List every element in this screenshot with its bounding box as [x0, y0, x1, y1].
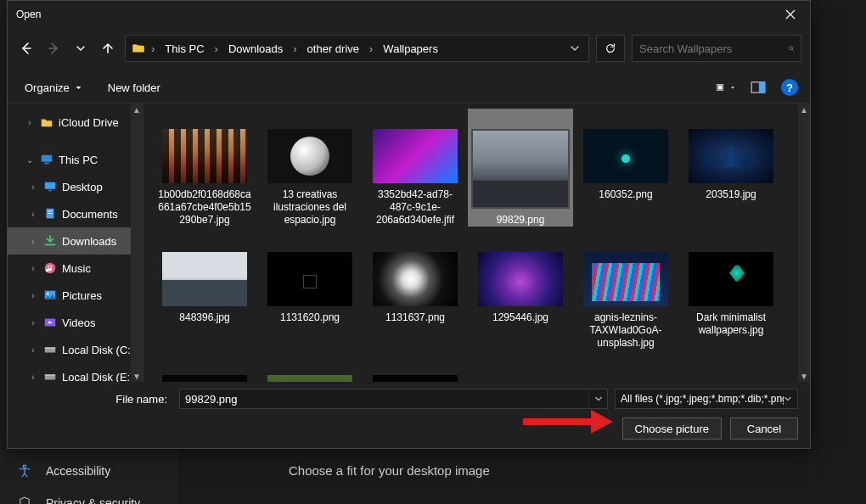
- search-icon: [789, 42, 794, 54]
- svg-point-15: [47, 293, 49, 295]
- tree-item[interactable]: ›Downloads: [8, 227, 143, 255]
- breadcrumb-segment[interactable]: Downloads: [223, 36, 288, 61]
- file-name-label: agnis-leznins-TAXWIad0GoA-unsplash.jpg: [576, 311, 675, 350]
- file-item[interactable]: 160352.png: [573, 109, 678, 227]
- accessibility-icon: [17, 463, 32, 479]
- search-box[interactable]: [632, 35, 801, 62]
- folder-tree[interactable]: ▲ ▼ ›iCloud Drive⌄This PC›Desktop›Docume…: [8, 104, 143, 382]
- expander-icon[interactable]: ›: [28, 264, 38, 273]
- expander-icon[interactable]: ⌄: [25, 155, 35, 165]
- view-mode-button[interactable]: [717, 78, 735, 97]
- file-item[interactable]: 1131637.png: [363, 232, 468, 350]
- breadcrumb-segment[interactable]: This PC: [160, 36, 209, 61]
- arrow-right-icon: [47, 42, 60, 55]
- dropdown-triangle-icon: [75, 84, 82, 92]
- expander-icon[interactable]: ›: [28, 372, 38, 382]
- tree-item[interactable]: ›Music: [8, 255, 143, 282]
- file-name-dropdown[interactable]: [588, 389, 607, 408]
- up-button[interactable]: [98, 38, 118, 59]
- tree-item[interactable]: ›Documents: [8, 200, 143, 227]
- svg-rect-21: [45, 374, 55, 376]
- open-file-dialog: Open › This PC › Downloads › other drive…: [7, 0, 811, 449]
- file-thumbnail: [471, 129, 570, 209]
- tree-item[interactable]: ›Videos: [8, 309, 143, 336]
- tree-item-label: Videos: [62, 316, 96, 329]
- scroll-up-icon[interactable]: ▲: [132, 104, 141, 115]
- tree-item-label: This PC: [59, 154, 98, 166]
- file-item[interactable]: 1295446.jpg: [468, 232, 573, 350]
- expander-icon[interactable]: ›: [28, 318, 38, 328]
- tree-item[interactable]: ›Desktop: [8, 173, 143, 200]
- organize-label: Organize: [25, 81, 70, 94]
- file-item[interactable]: 99829.png: [468, 109, 573, 227]
- toolbar: Organize New folder ?: [8, 72, 810, 103]
- svg-rect-11: [48, 210, 52, 211]
- expander-icon[interactable]: ›: [28, 345, 38, 355]
- file-item[interactable]: 203519.jpg: [678, 109, 784, 227]
- organize-button[interactable]: Organize: [20, 78, 87, 98]
- file-name-label: Dark minimalist wallpapers.jpg: [682, 311, 780, 337]
- tree-item-label: Local Disk (E:): [62, 371, 134, 383]
- recent-locations-button[interactable]: [70, 38, 91, 59]
- svg-rect-3: [718, 86, 723, 90]
- tree-item[interactable]: ›iCloud Drive: [8, 109, 143, 136]
- breadcrumb-segment[interactable]: Wallpapers: [378, 36, 443, 61]
- back-button[interactable]: [16, 38, 37, 59]
- tree-item[interactable]: ›Local Disk (C:): [8, 336, 143, 363]
- file-item[interactable]: dmitry-zaviyalov-japanese-village-12.jpg: [257, 355, 363, 382]
- forward-button[interactable]: [43, 38, 64, 59]
- tree-item[interactable]: ›Pictures: [8, 282, 143, 309]
- expander-icon[interactable]: ›: [28, 237, 38, 246]
- tree-item-label: Local Disk (C:): [62, 344, 134, 356]
- settings-nav-accessibility[interactable]: Accessibility: [0, 455, 178, 487]
- tree-scrollbar[interactable]: ▲ ▼: [131, 104, 143, 382]
- file-name-input[interactable]: [180, 393, 588, 406]
- chevron-down-icon[interactable]: [570, 43, 580, 53]
- scroll-down-icon[interactable]: ▼: [800, 370, 808, 382]
- new-folder-label: New folder: [108, 81, 160, 94]
- tree-item[interactable]: ›Local Disk (E:): [8, 363, 143, 382]
- help-button[interactable]: ?: [781, 79, 798, 96]
- search-input[interactable]: [639, 42, 782, 55]
- file-item[interactable]: 848396.jpg: [152, 232, 257, 350]
- file-type-dropdown[interactable]: All files (*.jpg;*.jpeg;*.bmp;*.dib;*.pn…: [615, 389, 798, 409]
- expander-icon[interactable]: ›: [28, 291, 38, 300]
- videos-icon: [43, 316, 57, 329]
- refresh-button[interactable]: [596, 35, 625, 62]
- folder-icon: [131, 41, 146, 56]
- file-item[interactable]: dark-minimal-scenery-4k-xj.jpg: [152, 355, 257, 382]
- arrow-up-icon: [101, 42, 115, 55]
- expander-icon[interactable]: ›: [28, 210, 38, 219]
- new-folder-button[interactable]: New folder: [103, 78, 166, 98]
- preview-pane-button[interactable]: [749, 78, 768, 97]
- file-item[interactable]: Dark minimalist wallpapers.jpg: [678, 232, 784, 350]
- cancel-button[interactable]: Cancel: [730, 417, 798, 440]
- file-name-label: 1b00db2f0168d68ca661a67cbe4f0e5b15290be7…: [155, 188, 254, 227]
- file-item[interactable]: 1131620.png: [257, 232, 363, 350]
- file-item[interactable]: 13 creativas ilustraciones del espacio.j…: [257, 109, 363, 227]
- close-button[interactable]: [771, 1, 810, 28]
- file-name-field-wrap[interactable]: [179, 389, 608, 409]
- breadcrumb-segment[interactable]: other drive: [302, 36, 364, 61]
- scroll-up-icon[interactable]: ▲: [800, 104, 808, 115]
- scroll-down-icon[interactable]: ▼: [132, 370, 141, 382]
- tree-item-label: iCloud Drive: [59, 116, 119, 129]
- expander-icon[interactable]: ›: [28, 182, 38, 192]
- file-item[interactable]: [363, 355, 468, 382]
- file-thumbnail: [478, 252, 563, 306]
- file-item[interactable]: agnis-leznins-TAXWIad0GoA-unsplash.jpg: [573, 232, 678, 350]
- svg-rect-9: [48, 190, 52, 192]
- file-item[interactable]: 3352bd42-ad78-487c-9c1e-206a6d340efe.jfi…: [363, 109, 468, 227]
- file-item[interactable]: 1b00db2f0168d68ca661a67cbe4f0e5b15290be7…: [152, 109, 257, 227]
- tree-item[interactable]: ⌄This PC: [8, 146, 143, 173]
- settings-fit-label: Choose a fit for your desktop image: [289, 463, 490, 478]
- downloads-icon: [43, 234, 57, 248]
- file-grid[interactable]: 1b00db2f0168d68ca661a67cbe4f0e5b15290be7…: [143, 104, 798, 382]
- svg-point-0: [23, 465, 25, 468]
- expander-icon[interactable]: ›: [25, 118, 35, 127]
- choose-picture-button[interactable]: Choose picture: [622, 417, 722, 440]
- settings-nav-privacy[interactable]: Privacy & security: [0, 487, 178, 504]
- address-bar[interactable]: › This PC › Downloads › other drive › Wa…: [125, 35, 589, 62]
- grid-scrollbar[interactable]: ▲ ▼: [798, 104, 810, 382]
- pictures-icon: [43, 288, 57, 302]
